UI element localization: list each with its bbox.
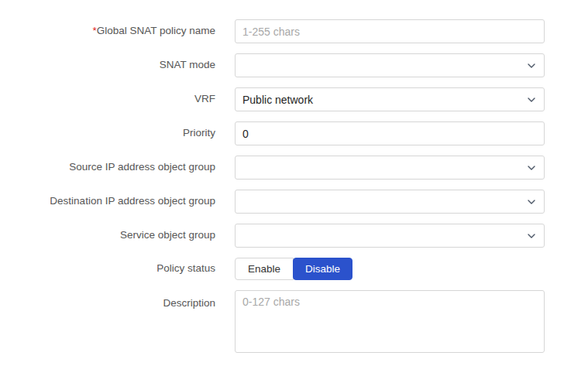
form-row-service-group: Service object group <box>0 224 588 248</box>
policy-status-toggle: Enable Disable <box>235 258 352 280</box>
priority-input[interactable] <box>235 121 545 145</box>
disable-button[interactable]: Disable <box>293 258 352 280</box>
chevron-down-icon <box>526 197 537 207</box>
chevron-down-icon <box>526 60 537 71</box>
policy-name-label-text: Global SNAT policy name <box>97 25 215 36</box>
form-row-policy-status: Policy status Enable Disable <box>0 258 588 280</box>
form-row-snat-mode: SNAT mode <box>0 53 588 77</box>
policy-status-label: Policy status <box>0 262 215 275</box>
priority-label: Priority <box>0 127 215 139</box>
snat-policy-page: *Global SNAT policy name SNAT mode VRF P… <box>0 0 588 366</box>
service-group-select[interactable] <box>235 224 545 248</box>
vrf-select[interactable]: Public network <box>235 87 545 111</box>
description-label: Description <box>0 290 215 310</box>
policy-name-input[interactable] <box>235 19 545 43</box>
form-row-destination-ip-group: Destination IP address object group <box>0 190 588 214</box>
source-ip-group-label: Source IP address object group <box>0 161 215 173</box>
form-row-policy-name: *Global SNAT policy name <box>0 19 588 43</box>
enable-button[interactable]: Enable <box>235 258 294 280</box>
form-row-priority: Priority <box>0 121 588 145</box>
form-row-description: Description <box>0 290 588 353</box>
destination-ip-group-select[interactable] <box>235 190 545 214</box>
destination-ip-group-label: Destination IP address object group <box>0 195 215 207</box>
vrf-label: VRF <box>0 93 215 105</box>
description-textarea[interactable] <box>235 290 545 353</box>
chevron-down-icon <box>526 162 537 173</box>
snat-policy-form: *Global SNAT policy name SNAT mode VRF P… <box>0 0 588 353</box>
service-group-label: Service object group <box>0 229 215 241</box>
chevron-down-icon <box>526 231 537 241</box>
form-row-source-ip-group: Source IP address object group <box>0 156 588 180</box>
source-ip-group-select[interactable] <box>235 156 545 180</box>
vrf-selected-value: Public network <box>242 94 313 106</box>
snat-mode-label: SNAT mode <box>0 59 215 71</box>
chevron-down-icon <box>526 94 537 105</box>
form-row-vrf: VRF Public network <box>0 87 588 111</box>
snat-mode-select[interactable] <box>235 53 545 77</box>
policy-name-label: *Global SNAT policy name <box>0 25 215 37</box>
